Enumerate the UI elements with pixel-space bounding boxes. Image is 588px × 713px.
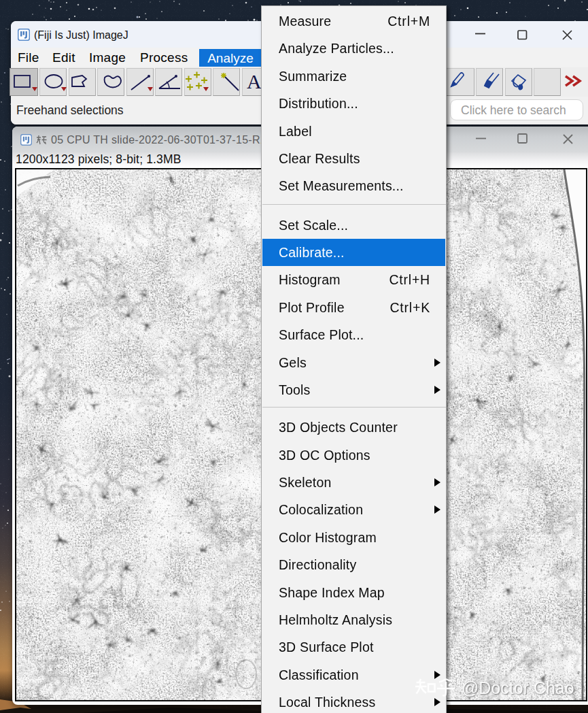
svg-text:A: A <box>247 70 262 93</box>
